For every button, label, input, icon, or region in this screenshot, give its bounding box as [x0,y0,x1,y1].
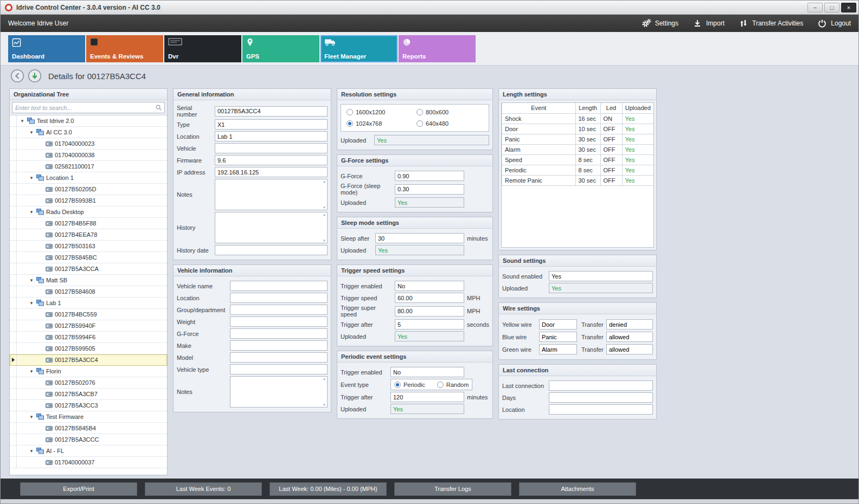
field-input[interactable] [230,328,328,339]
tree-row[interactable]: ▾ 00127B502076 [10,377,167,389]
tree-row[interactable]: ▾ Lab 1 [10,298,167,309]
transfer-mode-input[interactable] [606,344,653,354]
tree-search-input[interactable] [12,102,165,113]
field-input[interactable] [230,316,328,327]
tree-row[interactable]: ▾ 00127B5994F6 [10,332,167,343]
bottom-action-button[interactable]: Export/Print [20,482,137,496]
tree-row[interactable]: ▾ 00127B5A3CCC [10,434,167,445]
tree-row[interactable]: ▾ 00127B5845B4 [10,423,167,434]
expand-arrow-icon[interactable]: ▾ [29,369,34,374]
field-input[interactable] [230,305,328,315]
length-row[interactable]: Door10 secOFFYes [502,124,654,134]
field-input[interactable] [375,233,464,243]
tree-row[interactable]: ▾ 025821100017 [10,161,167,172]
tree-row[interactable]: ▾ 017040000037 [10,457,167,468]
tree-row[interactable]: ▾ 00127B4BC559 [10,309,167,320]
field-input[interactable] [395,306,464,316]
field-input[interactable] [375,245,464,255]
tree-row[interactable]: ▾ 00127B5A3CCA [10,263,167,275]
field-input[interactable] [395,293,464,303]
field-input[interactable] [395,319,464,329]
radio-icon[interactable] [416,109,423,115]
module-tile[interactable]: Dvr [164,35,241,62]
field-input[interactable] [230,293,328,303]
top-action-button[interactable]: Import [693,18,725,28]
length-row[interactable]: Shock16 secONYes [502,113,654,124]
module-tile[interactable]: Fleet Manager [320,35,398,62]
field-input[interactable] [230,352,328,363]
length-row[interactable]: Periodic8 secOFFYes [502,165,654,175]
window-titlebar[interactable]: Idrive Control Center - 3.0.4 version - … [1,1,858,15]
top-action-button[interactable]: Settings [642,18,678,28]
expand-arrow-icon[interactable]: ▾ [29,277,34,283]
tree-row[interactable]: ▾ 00127B5993B1 [10,195,167,206]
expand-arrow-icon[interactable]: ▾ [29,448,34,454]
expand-arrow-icon[interactable]: ▾ [20,118,25,124]
length-column-header[interactable]: Uploaded [622,103,653,113]
bottom-action-button[interactable]: Attachments [519,482,636,496]
field-input[interactable] [230,340,328,351]
module-tile[interactable]: Events & Reviews [86,35,163,62]
wire-event-input[interactable] [539,344,577,354]
tree-row[interactable]: ▾ Location 1 [10,172,167,184]
window-control-button[interactable]: □ [824,3,839,12]
module-tile[interactable]: GPS [242,35,319,62]
field-input[interactable] [215,119,328,130]
tree-row[interactable]: ▾ 00127B4B5F88 [10,218,167,229]
tree-row[interactable]: ▾ AI - FL [10,445,167,457]
tree-row[interactable]: ▾ 00127B4EEA78 [10,229,167,241]
length-row[interactable]: Panic30 secOFFYes [502,134,654,144]
tree-row[interactable]: ▾ 017040000023 [10,138,167,150]
resolution-option[interactable]: 1600x1200 [347,109,413,115]
field-input[interactable] [395,184,464,195]
module-tile[interactable]: Dashboard [8,35,85,62]
field-input[interactable] [215,155,328,165]
tree-row[interactable]: ▾ 017040000038 [10,150,167,161]
field-input[interactable] [215,245,328,255]
field-input[interactable] [230,281,328,291]
tree-row[interactable]: ▾ Test Idrive 2.0 [10,115,167,127]
window-control-button[interactable]: − [807,3,823,12]
field-input[interactable] [215,131,328,141]
radio-icon[interactable] [416,120,423,127]
field-textarea[interactable] [230,376,328,408]
tree-row[interactable]: ▾ 00127B50205D [10,184,167,195]
tree-row[interactable]: ▾ 00127B59940F [10,320,167,332]
top-action-button[interactable]: Transfer Activities [739,18,803,28]
field-input[interactable] [549,283,653,293]
tree-row[interactable]: ▾ AI CC 3.0 [10,127,167,138]
tree-row[interactable]: ▾ Matt SB [10,275,167,286]
expand-arrow-icon[interactable]: ▾ [29,130,34,135]
expand-arrow-icon[interactable]: ▾ [29,300,34,306]
field-textarea[interactable] [215,212,328,243]
length-column-header[interactable]: Length [575,103,600,113]
length-row[interactable]: Speed8 secOFFYes [502,154,654,165]
trigger-after-input[interactable] [390,392,464,402]
tree-row[interactable]: ▾ 00127B584608 [10,286,167,298]
field-input[interactable] [215,167,328,177]
tree-row[interactable]: ▾ 00127B5A3CC4 [10,354,167,366]
bottom-action-button[interactable]: Transfer Logs [394,482,511,496]
bottom-action-button[interactable]: Last Week: 0.00 (Miles) - 0.00 (MPH) [270,482,387,496]
expand-arrow-icon[interactable]: ▾ [29,414,34,419]
transfer-mode-input[interactable] [606,319,653,329]
expand-arrow-icon[interactable]: ▾ [29,175,34,180]
window-control-button[interactable]: × [841,3,856,12]
wire-event-input[interactable] [539,319,577,329]
field-input[interactable] [215,143,328,153]
top-action-button[interactable]: Logout [817,18,851,28]
bottom-action-button[interactable]: Last Week Events: 0 [145,482,262,496]
event-type-option[interactable]: Periodic [394,382,425,388]
length-column-header[interactable]: Led [600,103,622,113]
tree-row[interactable]: ▾ Test Firmware [10,411,167,423]
field-input[interactable] [230,364,328,374]
length-row[interactable]: Remote Panic30 secOFFYes [502,175,654,185]
field-textarea[interactable] [215,179,328,210]
trigger-enabled-input[interactable] [390,367,464,377]
download-details-button[interactable] [28,69,42,83]
field-input[interactable] [395,281,464,291]
resolution-option[interactable]: 800x600 [416,109,483,115]
tree-row[interactable]: ▾ Florin [10,366,167,377]
field-input[interactable] [549,271,653,281]
tree-row[interactable]: ▾ 00127B5A3CB7 [10,389,167,400]
